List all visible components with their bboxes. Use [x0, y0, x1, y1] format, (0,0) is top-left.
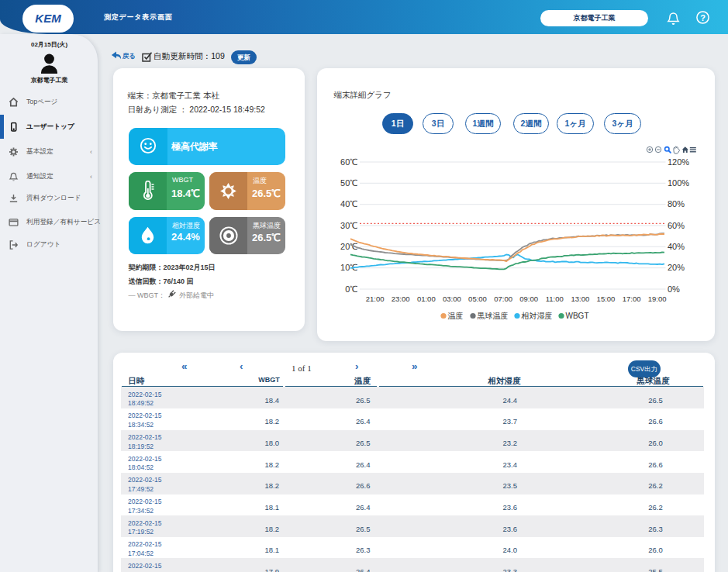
- svg-text:40%: 40%: [668, 242, 685, 251]
- svg-text:07:00: 07:00: [494, 295, 512, 303]
- svg-text:50℃: 50℃: [340, 178, 357, 188]
- svg-text:21:00: 21:00: [366, 295, 385, 303]
- svg-text:80%: 80%: [668, 199, 685, 208]
- svg-text:15:00: 15:00: [597, 295, 616, 303]
- svg-text:11:00: 11:00: [546, 295, 564, 303]
- svg-text:相対湿度: 相対湿度: [521, 312, 553, 320]
- svg-text:03:00: 03:00: [443, 295, 461, 303]
- svg-text:100%: 100%: [668, 178, 689, 188]
- svg-text:01:00: 01:00: [417, 295, 436, 303]
- svg-text:23:00: 23:00: [392, 295, 410, 303]
- svg-text:19:00: 19:00: [648, 295, 667, 303]
- svg-text:40℃: 40℃: [340, 199, 357, 208]
- svg-text:20%: 20%: [668, 263, 685, 272]
- svg-text:0%: 0%: [668, 284, 680, 294]
- svg-text:09:00: 09:00: [519, 295, 538, 303]
- svg-text:30℃: 30℃: [340, 221, 357, 230]
- svg-text:?: ?: [700, 13, 706, 22]
- svg-text:60℃: 60℃: [340, 157, 357, 167]
- svg-text:黒球温度: 黒球温度: [478, 312, 509, 320]
- svg-text:05:00: 05:00: [468, 295, 487, 303]
- svg-text:13:00: 13:00: [571, 295, 590, 303]
- svg-text:0℃: 0℃: [345, 284, 357, 294]
- svg-text:温度: 温度: [448, 312, 464, 320]
- svg-text:17:00: 17:00: [623, 295, 641, 303]
- svg-text:WBGT: WBGT: [566, 312, 589, 320]
- svg-text:60%: 60%: [668, 221, 685, 230]
- svg-text:120%: 120%: [668, 157, 689, 167]
